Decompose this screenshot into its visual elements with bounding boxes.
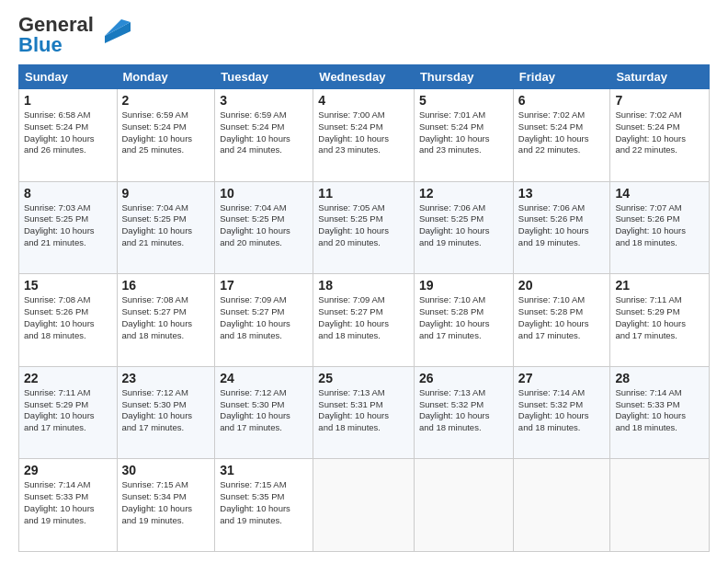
calendar-cell: 18Sunrise: 7:09 AM Sunset: 5:27 PM Dayli… [313, 274, 415, 367]
day-info: Sunrise: 7:11 AM Sunset: 5:29 PM Dayligh… [24, 387, 112, 434]
day-info: Sunrise: 7:10 AM Sunset: 5:28 PM Dayligh… [518, 294, 606, 341]
logo-text: GeneralBlue [18, 15, 94, 55]
calendar-cell: 27Sunrise: 7:14 AM Sunset: 5:32 PM Dayli… [513, 366, 610, 459]
day-number: 23 [122, 371, 210, 385]
calendar-cell: 25Sunrise: 7:13 AM Sunset: 5:31 PM Dayli… [313, 366, 415, 459]
calendar-header-monday: Monday [117, 65, 215, 89]
calendar-cell: 29Sunrise: 7:14 AM Sunset: 5:33 PM Dayli… [19, 459, 118, 552]
calendar-cell: 23Sunrise: 7:12 AM Sunset: 5:30 PM Dayli… [117, 366, 215, 459]
day-number: 31 [220, 463, 308, 477]
calendar-cell [414, 459, 513, 552]
calendar-cell: 12Sunrise: 7:06 AM Sunset: 5:25 PM Dayli… [414, 181, 513, 274]
calendar-cell: 4Sunrise: 7:00 AM Sunset: 5:24 PM Daylig… [313, 89, 415, 182]
calendar-cell: 5Sunrise: 7:01 AM Sunset: 5:24 PM Daylig… [414, 89, 513, 182]
day-number: 15 [24, 278, 112, 293]
day-info: Sunrise: 7:09 AM Sunset: 5:27 PM Dayligh… [220, 294, 308, 341]
day-number: 19 [419, 278, 508, 293]
day-info: Sunrise: 7:01 AM Sunset: 5:24 PM Dayligh… [419, 109, 508, 156]
calendar-cell: 1Sunrise: 6:58 AM Sunset: 5:24 PM Daylig… [19, 89, 118, 182]
day-info: Sunrise: 7:14 AM Sunset: 5:32 PM Dayligh… [518, 387, 606, 434]
header: GeneralBlue [18, 15, 710, 55]
day-info: Sunrise: 7:04 AM Sunset: 5:25 PM Dayligh… [220, 202, 308, 249]
day-number: 13 [518, 186, 606, 201]
calendar-week-row: 15Sunrise: 7:08 AM Sunset: 5:26 PM Dayli… [19, 274, 710, 367]
day-info: Sunrise: 7:13 AM Sunset: 5:31 PM Dayligh… [318, 387, 409, 434]
day-info: Sunrise: 7:08 AM Sunset: 5:26 PM Dayligh… [24, 294, 112, 341]
day-number: 28 [615, 371, 704, 385]
day-number: 18 [318, 278, 409, 293]
calendar-cell: 13Sunrise: 7:06 AM Sunset: 5:26 PM Dayli… [513, 181, 610, 274]
day-number: 25 [318, 371, 409, 385]
calendar-week-row: 29Sunrise: 7:14 AM Sunset: 5:33 PM Dayli… [19, 459, 710, 552]
calendar-cell [513, 459, 610, 552]
day-info: Sunrise: 7:11 AM Sunset: 5:29 PM Dayligh… [615, 294, 704, 341]
day-info: Sunrise: 7:15 AM Sunset: 5:35 PM Dayligh… [220, 479, 308, 526]
day-number: 9 [122, 186, 210, 201]
day-number: 30 [122, 463, 210, 477]
calendar-header-tuesday: Tuesday [215, 65, 313, 89]
day-info: Sunrise: 7:14 AM Sunset: 5:33 PM Dayligh… [24, 479, 112, 526]
day-number: 27 [518, 371, 606, 385]
day-number: 22 [24, 371, 112, 385]
day-number: 17 [220, 278, 308, 293]
day-number: 2 [122, 93, 210, 108]
day-number: 3 [220, 93, 308, 108]
calendar-cell: 11Sunrise: 7:05 AM Sunset: 5:25 PM Dayli… [313, 181, 415, 274]
day-info: Sunrise: 7:08 AM Sunset: 5:27 PM Dayligh… [122, 294, 210, 341]
day-number: 4 [318, 93, 409, 108]
day-info: Sunrise: 7:07 AM Sunset: 5:26 PM Dayligh… [615, 202, 704, 249]
day-info: Sunrise: 7:03 AM Sunset: 5:25 PM Dayligh… [24, 202, 112, 249]
calendar-cell [313, 459, 415, 552]
day-number: 6 [518, 93, 606, 108]
day-info: Sunrise: 6:58 AM Sunset: 5:24 PM Dayligh… [24, 109, 112, 156]
calendar-cell: 9Sunrise: 7:04 AM Sunset: 5:25 PM Daylig… [117, 181, 215, 274]
day-info: Sunrise: 7:06 AM Sunset: 5:26 PM Dayligh… [518, 202, 606, 249]
calendar-cell: 20Sunrise: 7:10 AM Sunset: 5:28 PM Dayli… [513, 274, 610, 367]
day-number: 8 [24, 186, 112, 201]
day-number: 7 [615, 93, 704, 108]
calendar-cell: 2Sunrise: 6:59 AM Sunset: 5:24 PM Daylig… [117, 89, 215, 182]
logo: GeneralBlue [18, 15, 131, 55]
calendar-cell: 7Sunrise: 7:02 AM Sunset: 5:24 PM Daylig… [610, 89, 710, 182]
day-info: Sunrise: 7:14 AM Sunset: 5:33 PM Dayligh… [615, 387, 704, 434]
calendar-cell [610, 459, 710, 552]
day-number: 1 [24, 93, 112, 108]
calendar-cell: 28Sunrise: 7:14 AM Sunset: 5:33 PM Dayli… [610, 366, 710, 459]
calendar-cell: 22Sunrise: 7:11 AM Sunset: 5:29 PM Dayli… [19, 366, 118, 459]
day-number: 20 [518, 278, 606, 293]
calendar-header-row: SundayMondayTuesdayWednesdayThursdayFrid… [19, 65, 710, 89]
day-number: 12 [419, 186, 508, 201]
calendar-cell: 30Sunrise: 7:15 AM Sunset: 5:34 PM Dayli… [117, 459, 215, 552]
day-number: 14 [615, 186, 704, 201]
calendar-cell: 26Sunrise: 7:13 AM Sunset: 5:32 PM Dayli… [414, 366, 513, 459]
calendar-cell: 3Sunrise: 6:59 AM Sunset: 5:24 PM Daylig… [215, 89, 313, 182]
day-number: 29 [24, 463, 112, 477]
day-info: Sunrise: 7:10 AM Sunset: 5:28 PM Dayligh… [419, 294, 508, 341]
day-number: 21 [615, 278, 704, 293]
calendar-header-wednesday: Wednesday [313, 65, 415, 89]
day-info: Sunrise: 6:59 AM Sunset: 5:24 PM Dayligh… [220, 109, 308, 156]
calendar-header-friday: Friday [513, 65, 610, 89]
day-info: Sunrise: 7:09 AM Sunset: 5:27 PM Dayligh… [318, 294, 409, 341]
day-number: 11 [318, 186, 409, 201]
calendar-cell: 8Sunrise: 7:03 AM Sunset: 5:25 PM Daylig… [19, 181, 118, 274]
day-number: 26 [419, 371, 508, 385]
calendar-week-row: 22Sunrise: 7:11 AM Sunset: 5:29 PM Dayli… [19, 366, 710, 459]
calendar-cell: 15Sunrise: 7:08 AM Sunset: 5:26 PM Dayli… [19, 274, 118, 367]
calendar-cell: 19Sunrise: 7:10 AM Sunset: 5:28 PM Dayli… [414, 274, 513, 367]
day-info: Sunrise: 7:02 AM Sunset: 5:24 PM Dayligh… [615, 109, 704, 156]
calendar-week-row: 8Sunrise: 7:03 AM Sunset: 5:25 PM Daylig… [19, 181, 710, 274]
calendar-cell: 31Sunrise: 7:15 AM Sunset: 5:35 PM Dayli… [215, 459, 313, 552]
calendar-table: SundayMondayTuesdayWednesdayThursdayFrid… [18, 64, 710, 552]
day-info: Sunrise: 7:13 AM Sunset: 5:32 PM Dayligh… [419, 387, 508, 434]
day-info: Sunrise: 7:12 AM Sunset: 5:30 PM Dayligh… [220, 387, 308, 434]
day-info: Sunrise: 7:04 AM Sunset: 5:25 PM Dayligh… [122, 202, 210, 249]
day-info: Sunrise: 7:00 AM Sunset: 5:24 PM Dayligh… [318, 109, 409, 156]
calendar-cell: 10Sunrise: 7:04 AM Sunset: 5:25 PM Dayli… [215, 181, 313, 274]
calendar-cell: 21Sunrise: 7:11 AM Sunset: 5:29 PM Dayli… [610, 274, 710, 367]
calendar-cell: 16Sunrise: 7:08 AM Sunset: 5:27 PM Dayli… [117, 274, 215, 367]
day-info: Sunrise: 7:05 AM Sunset: 5:25 PM Dayligh… [318, 202, 409, 249]
day-number: 10 [220, 186, 308, 201]
calendar-cell: 24Sunrise: 7:12 AM Sunset: 5:30 PM Dayli… [215, 366, 313, 459]
calendar-cell: 17Sunrise: 7:09 AM Sunset: 5:27 PM Dayli… [215, 274, 313, 367]
